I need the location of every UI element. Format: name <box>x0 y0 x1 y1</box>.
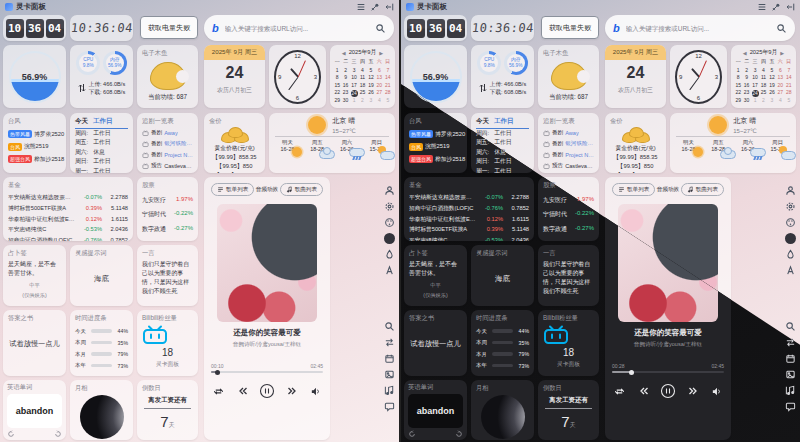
search-input[interactable] <box>223 24 371 33</box>
songs-button[interactable]: 歌曲列表 <box>280 183 323 196</box>
typhoon-row[interactable]: 超强台风 桦加沙2518 <box>8 155 61 164</box>
loop-icon[interactable] <box>614 386 625 397</box>
wooden-fish-icon[interactable] <box>551 62 587 90</box>
wooden-fish-card[interactable]: 电子木鱼 当前功绩: 687 <box>137 45 198 108</box>
drama-item[interactable]: 预告 Castlevania… <box>543 162 594 170</box>
avatar-icon[interactable] <box>784 184 796 196</box>
word-prev-icon[interactable] <box>7 430 15 438</box>
calendar-day[interactable]: 19 <box>768 82 776 90</box>
palette-icon[interactable] <box>383 216 395 228</box>
calendar-next-icon[interactable]: ▶ <box>780 50 784 56</box>
calendar-prev-icon[interactable]: ◀ <box>743 50 747 56</box>
calendar-day[interactable]: 9 <box>341 74 349 82</box>
previous-icon[interactable] <box>637 385 649 397</box>
search-bar[interactable]: b <box>204 15 394 41</box>
drama-item[interactable]: 番剧 银河铁险纪3… <box>543 140 594 148</box>
calendar-day[interactable]: 11 <box>358 74 366 82</box>
calendar-day[interactable]: 30 <box>341 97 349 105</box>
toolbar-music-icon[interactable] <box>784 384 796 396</box>
calendar-day[interactable]: 9 <box>742 74 750 82</box>
calendar-day[interactable]: 23 <box>742 89 750 97</box>
volume-icon[interactable] <box>310 386 321 397</box>
avatar-icon[interactable] <box>383 184 395 196</box>
fund-row[interactable]: 平安惠锦纯债C -0.53% 2.0436 <box>409 235 529 241</box>
wallpaper-image-icon[interactable] <box>784 368 796 380</box>
wooden-fish-icon[interactable] <box>150 62 186 90</box>
fund-row[interactable]: 招商中证白酒指数(LOF)C -0.76% 0.7852 <box>8 235 128 241</box>
calendar-day[interactable]: 25 <box>358 89 366 97</box>
calendar-day[interactable]: 11 <box>759 74 767 82</box>
drama-item[interactable]: 番剧 Project Nin… <box>543 151 594 159</box>
calendar-day[interactable]: 25 <box>759 89 767 97</box>
word-prev-icon[interactable] <box>408 430 416 438</box>
collapse-icon[interactable] <box>784 1 795 12</box>
theme-toggle[interactable] <box>784 232 796 244</box>
calendar-day[interactable]: 2 <box>759 97 767 105</box>
calendar-day[interactable]: 3 <box>350 67 358 75</box>
calendar-day[interactable]: 22 <box>734 89 742 97</box>
wooden-fish-card[interactable]: 电子木鱼 当前功绩: 687 <box>538 45 599 108</box>
search-bar[interactable]: b <box>605 15 795 41</box>
search-icon[interactable] <box>776 23 787 34</box>
typhoon-row[interactable]: 台风 浣熊2519 <box>409 142 462 151</box>
calendar-day[interactable]: 20 <box>776 82 784 90</box>
stock-row[interactable]: 数字政通 -0.27% <box>142 225 193 234</box>
theme-toggle[interactable] <box>383 232 395 244</box>
word-next-icon[interactable] <box>54 430 62 438</box>
toolbar-search-icon[interactable] <box>784 320 796 332</box>
calendar-day[interactable]: 5 <box>384 97 392 105</box>
stock-row[interactable]: 数字政通 -0.27% <box>543 225 594 234</box>
calendar-day[interactable]: 5 <box>785 97 793 105</box>
toolbar-music-icon[interactable] <box>383 384 395 396</box>
pin-icon[interactable] <box>770 1 781 12</box>
calendar-day[interactable]: 1 <box>734 67 742 75</box>
calendar-day[interactable]: 18 <box>358 82 366 90</box>
calendar-day[interactable]: 5 <box>768 67 776 75</box>
calendar-day[interactable]: 4 <box>358 67 366 75</box>
calendar-day[interactable]: 16 <box>742 82 750 90</box>
calendar-plugin-icon[interactable] <box>784 352 796 364</box>
drama-item[interactable]: 番剧 Project Nin… <box>142 151 193 159</box>
calendar-day[interactable]: 1 <box>350 97 358 105</box>
calendar-plugin-icon[interactable] <box>383 352 395 364</box>
font-icon[interactable] <box>784 264 796 276</box>
album-art[interactable] <box>217 204 317 322</box>
drama-item[interactable]: 番剧 Away <box>142 129 193 137</box>
fund-row[interactable]: 平安惠锦纯债C -0.53% 2.0436 <box>8 224 128 235</box>
next-icon[interactable] <box>688 385 700 397</box>
fund-row[interactable]: 平安纳斯达克精选股票发起式(QD -0.07% 2.2788 <box>409 192 529 203</box>
progress-bar[interactable] <box>211 371 323 373</box>
calendar-day[interactable]: 2 <box>341 67 349 75</box>
collapse-icon[interactable] <box>383 1 394 12</box>
calendar-day[interactable]: 6 <box>375 67 383 75</box>
calendar-day[interactable]: 12 <box>367 74 375 82</box>
search-icon[interactable] <box>375 23 386 34</box>
typhoon-row[interactable]: 超强台风 桦加沙2518 <box>409 155 462 164</box>
calendar-day[interactable]: 13 <box>375 74 383 82</box>
loop-icon[interactable] <box>213 386 224 397</box>
menu-icon[interactable] <box>756 1 767 12</box>
book-of-answers-card[interactable]: 答案之书 试着放慢一点儿 <box>404 310 467 376</box>
fund-row[interactable]: 平安纳斯达克精选股票发起式(QD -0.07% 2.2788 <box>8 192 128 203</box>
drama-item[interactable]: 番剧 银河铁险纪3… <box>142 140 193 148</box>
water-drop-icon[interactable] <box>784 248 796 260</box>
audio-fx-label[interactable]: 音频动效 <box>256 186 278 194</box>
inspiration-card[interactable]: 灵感提示词 海底 <box>471 245 534 306</box>
calendar-day[interactable]: 3 <box>768 97 776 105</box>
calendar-day[interactable]: 28 <box>384 89 392 97</box>
calendar-day[interactable]: 21 <box>384 82 392 90</box>
calendar-day[interactable]: 12 <box>768 74 776 82</box>
audio-fx-label[interactable]: 音频动效 <box>657 186 679 194</box>
calendar-day[interactable]: 4 <box>375 97 383 105</box>
feedback-chat-icon[interactable] <box>784 400 796 412</box>
calendar-day[interactable]: 19 <box>367 82 375 90</box>
calendar-day[interactable]: 24 <box>752 90 759 97</box>
calendar-day[interactable]: 18 <box>759 82 767 90</box>
calendar-day[interactable]: 29 <box>333 97 341 105</box>
typhoon-row[interactable]: 台风 浣熊2519 <box>8 142 61 151</box>
calendar-day[interactable]: 15 <box>734 82 742 90</box>
songs-button[interactable]: 歌曲列表 <box>681 183 724 196</box>
next-icon[interactable] <box>287 385 299 397</box>
calendar-day[interactable]: 3 <box>751 67 759 75</box>
calendar-day[interactable]: 14 <box>785 74 793 82</box>
